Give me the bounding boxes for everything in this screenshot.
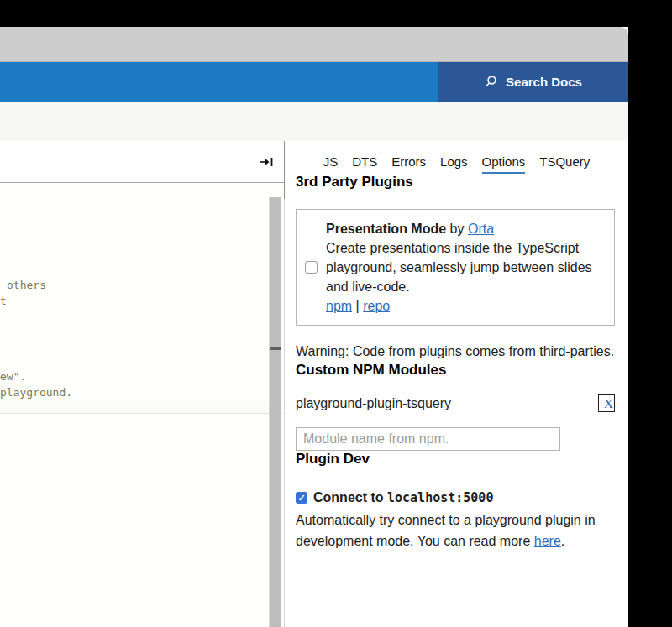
- main-area: others t ew". playground. JS DTS Errors …: [0, 141, 628, 627]
- plugin-repo-link[interactable]: repo: [363, 299, 390, 313]
- plugin-card-text: Presentation Mode by Orta Create present…: [326, 219, 606, 316]
- plugin-npm-link[interactable]: npm: [326, 299, 352, 313]
- module-name-input[interactable]: [296, 427, 560, 451]
- code-editor[interactable]: others t ew". playground.: [0, 184, 284, 627]
- read-more-link[interactable]: here: [534, 534, 561, 548]
- check-icon: ✓: [297, 494, 305, 503]
- plugin-dev-heading: Plugin Dev: [296, 451, 615, 468]
- plugin-description: Create presentations inside the TypeScri…: [326, 241, 592, 294]
- window-titlebar: [0, 27, 628, 62]
- search-docs-label: Search Docs: [506, 75, 582, 89]
- code-line: others: [7, 279, 46, 291]
- editor-vertical-scrollbar[interactable]: [270, 197, 281, 627]
- plugin-dev-description: Automatically try connect to a playgroun…: [296, 509, 615, 551]
- code-line: ew".: [0, 370, 26, 383]
- editor-toolbar: [0, 141, 284, 183]
- tab-options[interactable]: Options: [482, 154, 526, 174]
- connect-localhost-checkbox[interactable]: ✓: [296, 492, 307, 504]
- localhost-address: localhost:5000: [387, 490, 493, 505]
- code-line: t: [0, 295, 7, 307]
- tab-dts[interactable]: DTS: [352, 154, 377, 174]
- plugin-sidebar: JS DTS Errors Logs Options TSQuery 3rd P…: [285, 141, 628, 627]
- sidebar-content: 3rd Party Plugins Presentation Mode by O…: [285, 174, 628, 551]
- plugin-enable-checkbox[interactable]: [305, 261, 318, 274]
- tab-js[interactable]: JS: [323, 154, 339, 174]
- search-icon: [484, 75, 498, 89]
- sidebar-tabs: JS DTS Errors Logs Options TSQuery: [285, 141, 628, 174]
- module-list-item: playground-plugin-tsquery X: [296, 394, 615, 412]
- module-name: playground-plugin-tsquery: [296, 396, 451, 411]
- tab-logs[interactable]: Logs: [440, 154, 468, 174]
- connect-label: Connect to localhost:5000: [313, 490, 493, 505]
- code-line: playground.: [0, 386, 72, 399]
- site-header: Search Docs: [0, 62, 628, 102]
- third-party-plugins-heading: 3rd Party Plugins: [296, 174, 615, 191]
- plugins-warning-text: Warning: Code from plugins comes from th…: [296, 341, 615, 362]
- link-separator: |: [352, 299, 363, 313]
- plugin-author-link[interactable]: Orta: [468, 222, 494, 236]
- dock-sidebar-right-icon[interactable]: [259, 156, 274, 168]
- tab-errors[interactable]: Errors: [391, 154, 426, 174]
- site-subheader: [0, 102, 628, 141]
- plugin-by-text: by: [446, 222, 468, 236]
- app-window: Search Docs others t ew". playground.: [0, 27, 628, 627]
- remove-module-button[interactable]: X: [598, 394, 615, 412]
- plugin-card: Presentation Mode by Orta Create present…: [296, 209, 615, 326]
- tab-tsquery[interactable]: TSQuery: [539, 154, 590, 174]
- current-line-highlight: [0, 400, 282, 414]
- scrollbar-position-marker: [270, 347, 281, 350]
- plugin-name: Presentation Mode: [326, 222, 446, 236]
- search-docs-button[interactable]: Search Docs: [438, 62, 628, 102]
- code-editor-pane: others t ew". playground.: [0, 141, 284, 627]
- custom-npm-modules-heading: Custom NPM Modules: [296, 362, 615, 379]
- connect-localhost-row: ✓ Connect to localhost:5000: [296, 490, 615, 505]
